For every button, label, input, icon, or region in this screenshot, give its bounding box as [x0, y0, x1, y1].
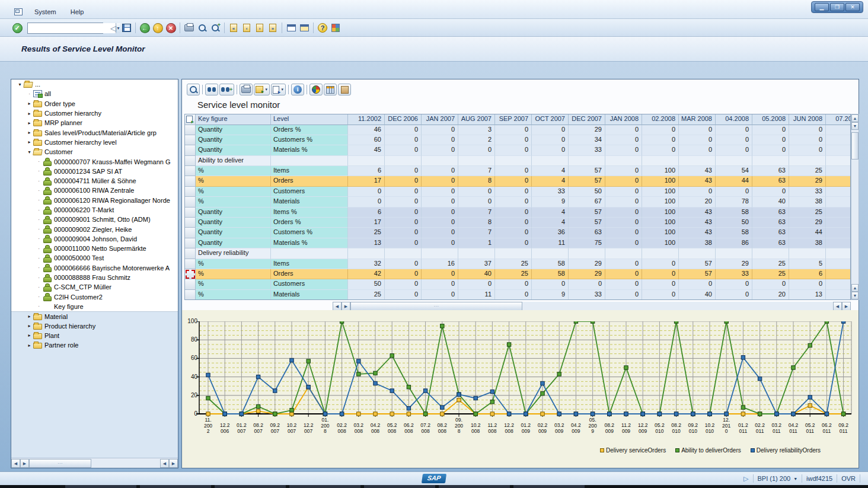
tree-item[interactable]: ▸Sales level/Product/Material/Article gr…	[11, 127, 178, 137]
cell[interactable]: 57	[679, 259, 716, 269]
graphic-icon[interactable]	[309, 84, 323, 95]
column-header[interactable]: 07.2008	[826, 114, 851, 125]
cell[interactable]: 0	[716, 187, 752, 197]
cell[interactable]: 0	[385, 238, 422, 248]
cell[interactable]: 100	[642, 238, 679, 248]
cell[interactable]: 57	[569, 166, 605, 176]
cell[interactable]: 9	[532, 290, 569, 300]
column-header[interactable]: 05.2008	[752, 114, 789, 125]
cell[interactable]	[789, 248, 826, 259]
cell[interactable]: 0	[826, 197, 851, 207]
cell[interactable]: 6	[348, 208, 385, 218]
back-arrow-icon[interactable]: ◁	[107, 21, 120, 34]
column-header[interactable]: SEP 2007	[495, 114, 532, 125]
expander-icon[interactable]: ▸	[25, 139, 33, 145]
cell[interactable]: 0	[752, 187, 789, 197]
cell[interactable]: 0	[826, 228, 851, 238]
cell[interactable]: 0	[605, 145, 642, 155]
row-selector[interactable]	[185, 269, 196, 279]
scroll-up-icon[interactable]: ▲	[851, 284, 859, 292]
cell[interactable]: 0	[422, 176, 458, 186]
cell[interactable]: 0	[385, 197, 422, 207]
column-header[interactable]: JUN 2008	[789, 114, 826, 125]
cell[interactable]	[422, 156, 458, 166]
cell[interactable]: 0	[458, 197, 495, 207]
scroll-right-icon[interactable]: ▶	[20, 459, 29, 468]
cell[interactable]: 57	[569, 218, 605, 228]
cell[interactable]: 0	[605, 166, 642, 176]
cell[interactable]: Customers %	[271, 228, 348, 238]
cell[interactable]: 0	[642, 145, 679, 155]
cell[interactable]: 0	[385, 269, 422, 279]
tree-item[interactable]: ·C-SCM_CTP Müller	[11, 282, 178, 292]
data-transfer-icon[interactable]: ▼	[271, 84, 286, 95]
tree-item[interactable]: ·0000009001 Schmitt, Otto (ADM)	[11, 215, 178, 224]
cell[interactable]: 0	[458, 279, 495, 289]
cell[interactable]: 0	[605, 208, 642, 218]
last-page-icon[interactable]: »	[266, 21, 279, 34]
cell[interactable]: 0	[605, 228, 642, 238]
cell[interactable]: 0	[532, 135, 569, 145]
cell[interactable]: 63	[752, 166, 789, 176]
cell[interactable]: 33	[569, 145, 605, 155]
tree-item[interactable]: ▸Material	[11, 311, 178, 321]
cell[interactable]: 0	[789, 125, 826, 135]
cell[interactable]: 63	[752, 218, 789, 228]
cell[interactable]: 100	[642, 176, 679, 186]
save-icon[interactable]	[120, 21, 133, 34]
cell[interactable]: 25	[752, 269, 789, 279]
cell[interactable]: 33	[532, 187, 569, 197]
menu-system[interactable]: System	[28, 7, 62, 17]
cell[interactable]: 0	[789, 145, 826, 155]
cell[interactable]: 0	[716, 290, 752, 300]
cell[interactable]: 44	[716, 176, 752, 186]
cell[interactable]: 0	[642, 269, 679, 279]
cell[interactable]: 0	[385, 228, 422, 238]
cell[interactable]: 0	[422, 238, 458, 248]
cell[interactable]: 0	[495, 279, 532, 289]
cell[interactable]: 0	[605, 218, 642, 228]
tree-item[interactable]: ▸MRP planner	[11, 118, 178, 127]
cell[interactable]: 63	[569, 228, 605, 238]
cell[interactable]: 0	[826, 176, 851, 186]
cell[interactable]: 0	[716, 125, 752, 135]
cell[interactable]: 0	[642, 259, 679, 269]
row-selector[interactable]	[185, 290, 196, 300]
cell[interactable]: 8	[458, 176, 495, 186]
cell[interactable]: 0	[422, 197, 458, 207]
next-page-icon[interactable]: ›	[253, 21, 266, 34]
cell[interactable]: 0	[495, 145, 532, 155]
cell[interactable]: 45	[348, 145, 385, 155]
cell[interactable]: 0	[385, 176, 422, 186]
cell[interactable]	[752, 248, 789, 259]
cell[interactable]: 0	[495, 187, 532, 197]
cell[interactable]: 67	[569, 197, 605, 207]
expander-icon[interactable]: ▸	[25, 343, 33, 348]
cell[interactable]: 25	[826, 259, 851, 269]
row-selector[interactable]	[185, 238, 196, 248]
cell[interactable]: 6	[789, 269, 826, 279]
cell[interactable]: 46	[348, 125, 385, 135]
cell[interactable]: 7	[458, 166, 495, 176]
cell[interactable]: %	[196, 187, 271, 197]
cell[interactable]: 0	[605, 176, 642, 186]
cell[interactable]: 58	[532, 259, 569, 269]
cell[interactable]	[348, 248, 385, 259]
cell[interactable]: %	[196, 166, 271, 176]
cell[interactable]: 50	[716, 218, 752, 228]
cell[interactable]: 0	[679, 279, 716, 289]
cell[interactable]: 50	[569, 187, 605, 197]
cell[interactable]: 63	[752, 208, 789, 218]
cell[interactable]: 0	[458, 187, 495, 197]
cell[interactable]: 100	[642, 197, 679, 207]
cell[interactable]: 40	[458, 269, 495, 279]
tree-item[interactable]: ▸Order type	[11, 99, 178, 109]
cell[interactable]: 42	[348, 269, 385, 279]
scrollbar-track[interactable]: ⋯	[350, 302, 833, 311]
cell[interactable]: 0	[422, 269, 458, 279]
tree-item[interactable]: ▾Customer	[11, 147, 178, 157]
status-system[interactable]: BPI (1) 200	[758, 475, 791, 482]
cell[interactable]: 43	[679, 166, 716, 176]
cell[interactable]: 63	[752, 238, 789, 248]
cell[interactable]: 0	[679, 135, 716, 145]
